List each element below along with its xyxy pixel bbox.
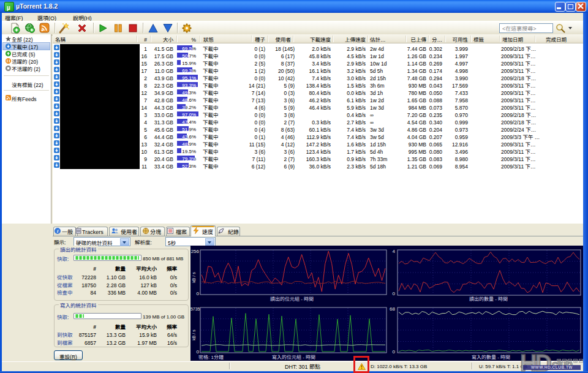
svg-text:68: 68	[390, 306, 395, 312]
svg-text:kB / s: kB / s	[192, 330, 196, 341]
svg-text:4: 4	[393, 249, 396, 254]
svg-text:0: 0	[393, 349, 396, 355]
svg-text:kB / s: kB / s	[192, 272, 196, 283]
svg-text:0: 0	[393, 291, 396, 296]
svg-text:5735: 5735	[190, 307, 200, 311]
svg-text:0: 0	[197, 291, 200, 296]
svg-text:256: 256	[191, 249, 200, 254]
